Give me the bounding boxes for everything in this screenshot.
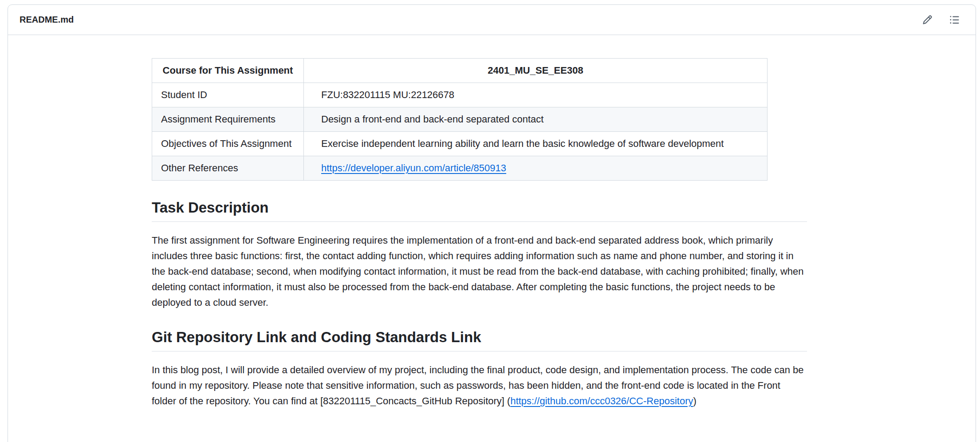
row-value: FZU:832201115 MU:22126678: [304, 83, 767, 107]
readme-filename: README.md: [20, 15, 74, 25]
row-label: Other References: [152, 156, 304, 181]
table-header-row: Course for This Assignment 2401_MU_SE_EE…: [152, 59, 767, 83]
row-label: Assignment Requirements: [152, 107, 304, 132]
row-value: https://developer.aliyun.com/article/850…: [304, 156, 767, 181]
table-row: Other References https://developer.aliyu…: [152, 156, 767, 181]
list-unordered-icon: [949, 15, 960, 25]
readme-content: Course for This Assignment 2401_MU_SE_EE…: [8, 35, 807, 442]
pencil-icon: [922, 15, 933, 25]
table-row: Assignment Requirements Design a front-e…: [152, 107, 767, 132]
other-references-link[interactable]: https://developer.aliyun.com/article/850…: [321, 162, 506, 174]
table-header-label: Course for This Assignment: [152, 59, 304, 83]
readme-card: README.md Course for This Assignm: [8, 4, 976, 442]
github-repository-link[interactable]: https://github.com/ccc0326/CC-Repository: [510, 395, 693, 406]
table-row: Objectives of This Assignment Exercise i…: [152, 132, 767, 156]
task-description-paragraph: The first assignment for Software Engine…: [152, 233, 807, 310]
assignment-info-table: Course for This Assignment 2401_MU_SE_EE…: [152, 58, 767, 181]
row-value: Exercise independent learning ability an…: [304, 132, 767, 156]
row-label: Objectives of This Assignment: [152, 132, 304, 156]
outline-button[interactable]: [949, 15, 960, 25]
section-heading-task-description: Task Description: [152, 198, 807, 222]
edit-readme-button[interactable]: [922, 15, 933, 25]
section-heading-git-repository: Git Repository Link and Coding Standards…: [152, 328, 807, 351]
table-row: Student ID FZU:832201115 MU:22126678: [152, 83, 767, 107]
repo-paragraph: In this blog post, I will provide a deta…: [152, 362, 807, 409]
repo-paragraph-text: In this blog post, I will provide a deta…: [152, 364, 804, 406]
readme-header-actions: [922, 15, 960, 25]
repo-paragraph-closing: ): [693, 395, 696, 406]
table-header-value: 2401_MU_SE_EE308: [304, 59, 767, 83]
row-label: Student ID: [152, 83, 304, 107]
row-value: Design a front-end and back-end separate…: [304, 107, 767, 132]
readme-header: README.md: [8, 5, 976, 35]
